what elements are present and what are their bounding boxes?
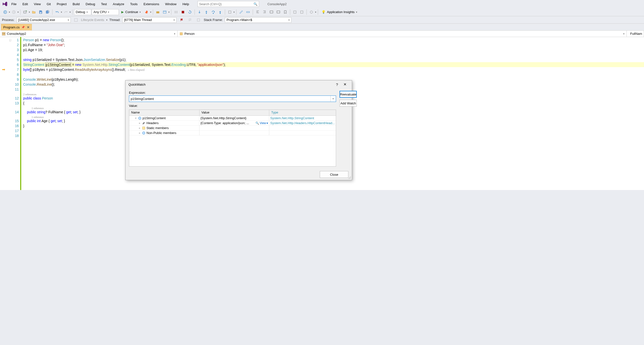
extra1-button[interactable] <box>292 9 298 15</box>
config-dropdown[interactable]: Debug▾ <box>74 9 91 15</box>
save-all-button[interactable] <box>44 9 51 15</box>
new-dropdown-icon[interactable]: ▾ <box>29 11 30 13</box>
menu-debug[interactable]: Debug <box>83 1 98 7</box>
menu-window[interactable]: Window <box>163 1 179 7</box>
svg-rect-13 <box>228 11 231 13</box>
nav-member[interactable]: FullNam <box>627 31 644 37</box>
menu-view[interactable]: View <box>31 1 43 7</box>
hotreload-dropdown-icon[interactable]: ▾ <box>150 11 152 13</box>
menu-help[interactable]: Help <box>180 1 192 7</box>
value-grid[interactable]: Name Value Type ▿p1StringContent {System… <box>129 110 336 167</box>
restart-button[interactable] <box>187 9 193 15</box>
step-over-button[interactable] <box>210 9 216 15</box>
save-button[interactable] <box>38 9 44 15</box>
view-link[interactable]: 🔍View ▾ <box>256 121 268 125</box>
grid-row[interactable]: ▹Static members <box>129 126 336 131</box>
process-label: Process: <box>2 18 14 22</box>
expression-input[interactable] <box>129 96 330 102</box>
search-input[interactable] <box>199 2 254 6</box>
grid-row[interactable]: ▿p1StringContent {System.Net.Http.String… <box>129 116 336 121</box>
col-value[interactable]: Value <box>200 110 269 116</box>
menu-build[interactable]: Build <box>70 1 82 7</box>
ruler2-button[interactable] <box>245 9 251 15</box>
visual-studio-logo-icon <box>2 1 8 7</box>
menu-test[interactable]: Test <box>98 1 110 7</box>
chevron-down-icon[interactable]: ▾ <box>330 96 336 102</box>
indent-r-button[interactable] <box>261 9 268 15</box>
dbg-dropdown-icon[interactable]: ▾ <box>168 11 170 13</box>
menu-edit[interactable]: Edit <box>20 1 30 7</box>
redo-dropdown-icon[interactable]: ▾ <box>70 11 71 13</box>
flag2-button[interactable] <box>187 17 193 23</box>
nav-fwd-dropdown-icon[interactable]: ▾ <box>18 11 19 13</box>
nav-scope[interactable]: Person ▾ <box>178 31 627 37</box>
toolbox-button[interactable] <box>154 9 161 15</box>
application-insights-button[interactable]: 💡 Application Insights ▾ <box>320 10 359 14</box>
flag1-button[interactable] <box>178 17 185 23</box>
back-button[interactable] <box>2 9 8 15</box>
continue-button[interactable]: ▶ Continue ▾ <box>119 9 143 15</box>
svg-rect-7 <box>175 11 176 13</box>
menu-project[interactable]: Project <box>54 1 69 7</box>
undo-button[interactable] <box>54 9 60 15</box>
uncomment-button[interactable] <box>275 9 282 15</box>
nav-project[interactable]: C# ConsoleApp2 ▾ <box>0 31 178 37</box>
file-tab-program[interactable]: Program.cs 📌 ✕ <box>1 24 32 30</box>
help-icon[interactable]: ? <box>333 81 341 88</box>
close-tab-icon[interactable]: ✕ <box>27 26 30 29</box>
stop-button[interactable] <box>180 9 186 15</box>
step-into-button[interactable] <box>203 9 210 15</box>
close-button[interactable]: Close <box>320 171 348 178</box>
pin-icon[interactable]: 📌 <box>22 26 25 29</box>
lifecycle-icon[interactable] <box>73 17 79 23</box>
resize-grip-icon[interactable] <box>348 176 351 179</box>
step-out-button[interactable] <box>217 9 224 15</box>
hot-reload-button[interactable] <box>143 9 150 15</box>
dbg1-dropdown-icon[interactable]: ▾ <box>234 11 235 13</box>
expression-combo[interactable]: ▾ <box>129 96 336 102</box>
redo-button[interactable] <box>62 9 69 15</box>
search-box[interactable]: 🔍 <box>198 1 259 7</box>
breakpoint-margin[interactable]: ➡ ⎕ <box>0 37 8 190</box>
menu-tools[interactable]: Tools <box>128 1 140 7</box>
flag3-button[interactable] <box>195 17 202 23</box>
extra3-dropdown-icon[interactable]: ▾ <box>315 11 316 13</box>
forward-button[interactable] <box>10 9 17 15</box>
col-name[interactable]: Name <box>129 110 200 116</box>
undo-dropdown-icon[interactable]: ▾ <box>61 11 62 13</box>
expander-icon[interactable]: ▿ <box>134 117 137 119</box>
expander-icon[interactable]: ▹ <box>138 132 141 134</box>
col-type[interactable]: Type <box>269 110 336 116</box>
open-button[interactable] <box>30 9 37 15</box>
extra2-button[interactable] <box>298 9 305 15</box>
expander-icon[interactable]: ▹ <box>138 127 141 129</box>
menu-file[interactable]: File <box>9 1 19 7</box>
menu-git[interactable]: Git <box>44 1 53 7</box>
indent-l-button[interactable] <box>254 9 261 15</box>
dbg1-button[interactable] <box>226 9 233 15</box>
new-project-button[interactable] <box>22 9 28 15</box>
window-button[interactable] <box>162 9 168 15</box>
comment-button[interactable] <box>268 9 275 15</box>
platform-dropdown[interactable]: Any CPU▾ <box>92 9 119 15</box>
add-watch-button[interactable]: Add Watch <box>340 100 357 107</box>
ruler1-button[interactable] <box>238 9 244 15</box>
reevaluate-button[interactable]: Reevaluate <box>340 91 357 98</box>
pause-button[interactable] <box>173 9 179 15</box>
expander-icon[interactable]: ▹ <box>138 122 141 124</box>
bookmark-button[interactable] <box>282 9 288 15</box>
stack-combo[interactable]: Program.<Main>$▾ <box>225 17 292 23</box>
extra3-button[interactable] <box>308 9 314 15</box>
nav-dropdown-icon[interactable]: ▾ <box>9 11 10 13</box>
grid-row[interactable]: ▹Headers {Content-Type: application/json… <box>129 121 336 126</box>
grid-row[interactable]: ▹Non-Public members <box>129 131 336 136</box>
menu-extensions[interactable]: Extensions <box>141 1 162 7</box>
close-icon[interactable]: ✕ <box>341 81 349 88</box>
menu-analyze[interactable]: Analyze <box>110 1 126 7</box>
bulb-icon: 💡 <box>322 10 326 14</box>
process-combo[interactable]: [14460] ConsoleApp2.exe▾ <box>16 17 71 23</box>
thread-combo[interactable]: [6776] Main Thread▾ <box>122 17 176 23</box>
show-next-statement-button[interactable] <box>196 9 203 15</box>
lifecycle-dropdown-icon[interactable]: ▾ <box>106 19 108 21</box>
quickwatch-title-bar[interactable]: QuickWatch ? ✕ <box>126 81 352 88</box>
